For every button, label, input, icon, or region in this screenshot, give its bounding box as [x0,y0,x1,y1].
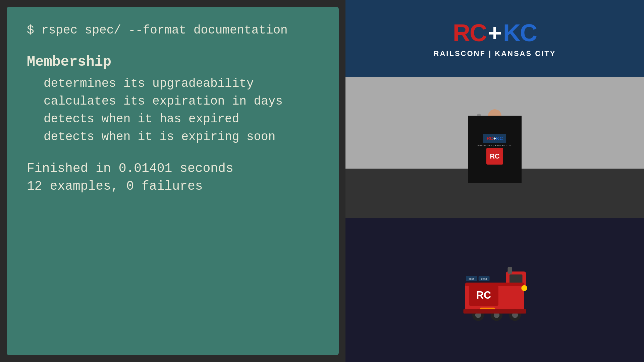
train-container: RC 2016 2018 [458,253,532,327]
svg-rect-13 [508,267,512,274]
podium-kc: KC [496,136,503,141]
svg-text:RC: RC [476,289,491,301]
video-scene: RC + KC RAILSCONF | KANSAS CITY RC [345,77,644,218]
podium-logo-container: RC + KC [483,134,506,143]
svg-rect-19 [464,309,526,313]
podium-rc: RC [487,136,493,141]
logo-kc: KC [503,19,537,47]
footer-line1: Finished in 0.01401 seconds [27,161,319,176]
slide-area: $ rspec spec/ --format documentation Mem… [0,0,345,362]
train-svg: RC 2016 2018 [458,253,532,327]
item-3: detects when it has expired [44,112,319,126]
right-panel: RC + KC RAILSCONF | KANSAS CITY [345,0,644,362]
logo-area: RC + KC RAILSCONF | KANSAS CITY [345,0,644,77]
podium-subtitle: RAILSCONF | KANSAS CITY [478,144,512,146]
podium: RC + KC RAILSCONF | KANSAS CITY RC [468,116,522,183]
section-title: Membership [27,54,319,70]
command-line: $ rspec spec/ --format documentation [27,23,319,37]
svg-text:2018: 2018 [481,278,487,281]
logo-rc: RC [453,19,486,47]
logo-subtitle: RAILSCONF | KANSAS CITY [434,49,556,58]
podium-rc-inner: RC [490,153,500,160]
footer-line2: 12 examples, 0 failures [27,179,319,193]
item-2: calculates its expiration in days [44,95,319,108]
svg-text:2016: 2016 [469,278,474,281]
item-4: detects when it is expiring soon [44,130,319,144]
podium-rc-logo: RC [486,148,503,165]
item-1: determines its upgradeability [44,77,319,90]
logo-plus: + [488,19,502,47]
spacer [27,148,319,161]
svg-point-12 [521,285,527,291]
video-area: RC + KC RAILSCONF | KANSAS CITY RC [345,77,644,218]
slide: $ rspec spec/ --format documentation Mem… [7,7,339,355]
podium-plus: + [493,136,496,141]
rc-kc-logo: RC + KC [453,19,537,47]
svg-rect-5 [465,283,524,286]
bottom-logo-area: RC 2016 2018 [345,218,644,362]
svg-rect-2 [509,275,523,284]
